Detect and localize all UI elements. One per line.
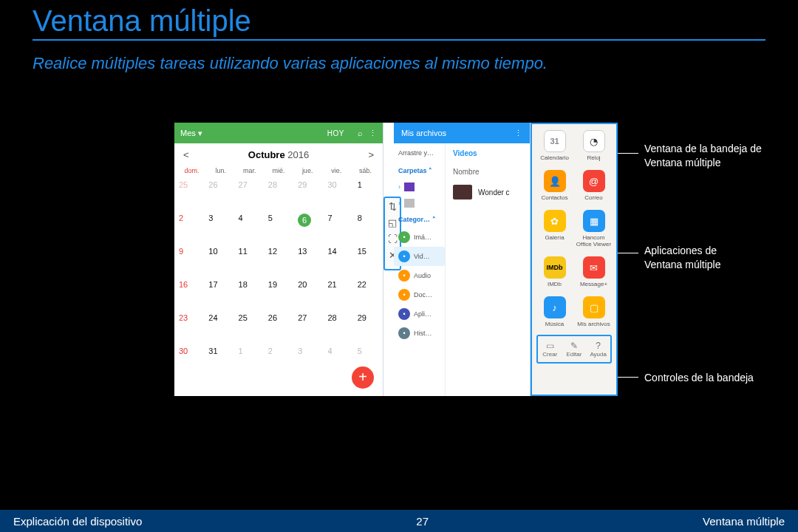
calendar-cell[interactable]: 10: [204, 244, 233, 277]
category-icon: •: [398, 270, 410, 282]
myfiles-categories-header[interactable]: Categor…: [398, 216, 430, 223]
calendar-cell[interactable]: 26: [264, 310, 293, 344]
calendar-cell[interactable]: 2: [264, 344, 293, 377]
tray-control[interactable]: ✎Editar: [562, 341, 587, 358]
calendar-year: 2016: [287, 149, 309, 160]
calendar-cell[interactable]: 30: [323, 177, 352, 211]
calendar-cell[interactable]: 6: [293, 211, 323, 244]
page-footer: Explicación del dispositivo 27 Ventana m…: [0, 510, 798, 532]
callout-line: [618, 253, 638, 253]
footer-right[interactable]: Ventana múltiple: [703, 515, 785, 528]
tray-app[interactable]: @Correo: [576, 170, 612, 201]
search-icon[interactable]: ⌕: [358, 129, 363, 137]
today-link[interactable]: HOY: [327, 129, 344, 137]
calendar-cell[interactable]: 1: [234, 344, 264, 377]
calendar-cell[interactable]: 3: [293, 344, 323, 377]
tray-control[interactable]: ▭Crear: [538, 341, 562, 358]
calendar-cell[interactable]: 28: [264, 177, 293, 211]
calendar-cell[interactable]: 4: [234, 211, 264, 244]
calendar-cell[interactable]: 12: [264, 244, 293, 277]
category-label: Hist…: [414, 330, 432, 337]
callout-tray: Ventana de la bandeja de Ventana múltipl…: [644, 142, 792, 170]
more-icon[interactable]: ⋮: [514, 129, 522, 138]
app-icon: @: [583, 170, 605, 192]
category-item[interactable]: •Audio: [394, 266, 445, 285]
add-event-button[interactable]: +: [352, 366, 374, 389]
calendar-cell[interactable]: 26: [204, 177, 233, 211]
tray-app[interactable]: ✿Galería: [536, 210, 573, 248]
calendar-cell[interactable]: 25: [174, 177, 204, 211]
calendar-view-label[interactable]: Mes: [180, 129, 196, 137]
calendar-cell[interactable]: 5: [264, 211, 293, 244]
prev-month-icon[interactable]: <: [183, 149, 189, 160]
more-icon[interactable]: ⋮: [369, 129, 377, 138]
tray-app[interactable]: 👤Contactos: [536, 170, 573, 201]
category-item[interactable]: •Vid…: [394, 247, 445, 266]
category-icon: •: [398, 250, 410, 262]
tray-app[interactable]: ▢Mis archivos: [576, 296, 612, 327]
calendar-cell[interactable]: 14: [323, 244, 352, 277]
app-label: Message+: [576, 281, 612, 287]
folder-item[interactable]: ›: [394, 179, 445, 195]
calendar-cell[interactable]: 17: [204, 277, 233, 310]
calendar-cell[interactable]: 20: [293, 277, 323, 310]
tray-app[interactable]: IMDbIMDb: [536, 256, 573, 287]
tray-app[interactable]: ▦Hancom Office Viewer: [576, 210, 612, 248]
calendar-cell[interactable]: 25: [234, 310, 264, 344]
calendar-cell[interactable]: 8: [353, 211, 383, 244]
category-label: Vid…: [414, 253, 430, 260]
dow-label: mié.: [264, 167, 293, 174]
calendar-cell[interactable]: 23: [174, 310, 204, 344]
myfiles-tab-videos[interactable]: Videos: [446, 143, 530, 163]
tray-control-icon: ?: [586, 341, 610, 351]
myfiles-drag-hint: Arrastre y…: [394, 143, 445, 163]
folder-item[interactable]: ›: [394, 195, 445, 211]
tray-app[interactable]: ♪Música: [536, 296, 573, 327]
next-month-icon[interactable]: >: [368, 149, 374, 160]
myfiles-pane: Mis archivos ⋮ Arrastre y… Carpetas ˄ › …: [394, 123, 531, 396]
tray-control[interactable]: ?Ayuda: [586, 341, 610, 358]
calendar-cell[interactable]: 24: [204, 310, 233, 344]
calendar-cell[interactable]: 16: [174, 277, 204, 310]
calendar-cell[interactable]: 9: [174, 244, 204, 277]
category-icon: •: [398, 327, 410, 339]
calendar-cell[interactable]: 28: [323, 310, 352, 344]
myfiles-folders-header[interactable]: Carpetas: [398, 167, 427, 174]
tray-app[interactable]: ✉Message+: [576, 256, 612, 287]
calendar-cell[interactable]: 29: [353, 310, 383, 344]
calendar-cell[interactable]: 2: [174, 211, 204, 244]
tray-app[interactable]: 31Calendario: [536, 130, 573, 161]
tray-app[interactable]: ◔Reloj: [576, 130, 612, 161]
tray-apps: 31Calendario◔Reloj👤Contactos@Correo✿Gale…: [536, 130, 612, 327]
app-label: Correo: [576, 194, 612, 201]
myfiles-content: Videos Nombre Wonder c: [446, 143, 530, 396]
calendar-cell[interactable]: 3: [204, 211, 233, 244]
calendar-cell[interactable]: 30: [174, 344, 204, 377]
calendar-cell[interactable]: 11: [234, 244, 264, 277]
calendar-cell[interactable]: 22: [353, 277, 383, 310]
category-item[interactable]: •Imá…: [394, 228, 445, 247]
calendar-cell[interactable]: 19: [264, 277, 293, 310]
dow-label: vie.: [322, 167, 351, 174]
calendar-cell[interactable]: 7: [323, 211, 352, 244]
category-item[interactable]: •Hist…: [394, 324, 445, 343]
app-label: Mis archivos: [576, 321, 612, 327]
category-item[interactable]: •Apli…: [394, 304, 445, 324]
chevron-down-icon: ▾: [196, 129, 202, 138]
calendar-cell[interactable]: 21: [323, 277, 352, 310]
calendar-cell[interactable]: 13: [293, 244, 323, 277]
calendar-cell[interactable]: 27: [234, 177, 264, 211]
calendar-cell[interactable]: 4: [323, 344, 352, 377]
calendar-cell[interactable]: 18: [234, 277, 264, 310]
page-number: 27: [142, 515, 703, 528]
calendar-cell[interactable]: 15: [353, 244, 383, 277]
callout-line: [618, 377, 638, 378]
app-label: Música: [536, 321, 573, 327]
file-item[interactable]: Wonder c: [446, 180, 530, 204]
calendar-cell[interactable]: 31: [204, 344, 233, 377]
calendar-cell[interactable]: 27: [293, 310, 323, 344]
footer-left[interactable]: Explicación del dispositivo: [13, 515, 142, 528]
category-item[interactable]: •Doc…: [394, 285, 445, 304]
calendar-cell[interactable]: 29: [293, 177, 323, 211]
calendar-cell[interactable]: 1: [353, 177, 383, 211]
